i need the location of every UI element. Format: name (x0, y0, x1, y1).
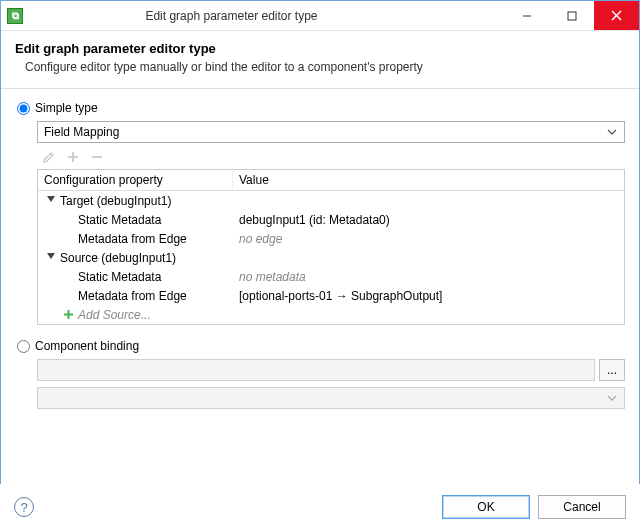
tree-item-add-source[interactable]: Add Source... (38, 305, 624, 324)
help-button[interactable]: ? (14, 497, 34, 517)
tree-label: Static Metadata (38, 210, 233, 230)
tree-group-target[interactable]: Target (debugInput1) (38, 191, 624, 210)
tree-item-source-edge[interactable]: Metadata from Edge [optional-ports-01 → … (38, 286, 624, 305)
config-toolbar (37, 143, 625, 169)
config-table: Configuration property Value Target (deb… (37, 169, 625, 325)
window-title: Edit graph parameter editor type (29, 9, 504, 23)
tree-value: debugInput1 (id: Metadata0) (233, 210, 624, 230)
ok-button[interactable]: OK (442, 495, 530, 519)
tree-label: Target (debugInput1) (60, 194, 171, 208)
maximize-button[interactable] (549, 1, 594, 30)
close-button[interactable] (594, 1, 639, 30)
dialog-footer: ? OK Cancel (0, 484, 640, 530)
page-title: Edit graph parameter editor type (15, 41, 625, 56)
component-field-disabled (37, 359, 595, 381)
column-header-value[interactable]: Value (233, 170, 624, 190)
tree-label: Metadata from Edge (38, 286, 233, 306)
title-bar: ⧉ Edit graph parameter editor type (1, 1, 639, 31)
expand-icon[interactable] (46, 253, 56, 263)
component-binding-radio[interactable] (17, 340, 30, 353)
tree-item-target-static[interactable]: Static Metadata debugInput1 (id: Metadat… (38, 210, 624, 229)
add-icon[interactable] (65, 149, 81, 165)
tree-group-source[interactable]: Source (debugInput1) (38, 248, 624, 267)
tree-value: no metadata (233, 267, 624, 287)
simple-type-label: Simple type (35, 101, 98, 115)
tree-label: Source (debugInput1) (60, 251, 176, 265)
help-icon: ? (20, 500, 27, 515)
chevron-down-icon (604, 390, 620, 406)
svg-rect-1 (568, 12, 576, 20)
column-header-property[interactable]: Configuration property (38, 170, 233, 190)
tree-value: [optional-ports-01 → SubgraphOutput] (233, 286, 624, 306)
tree-label: Metadata from Edge (38, 229, 233, 249)
svg-marker-8 (47, 253, 55, 259)
expand-icon[interactable] (46, 196, 56, 206)
component-binding-radio-row[interactable]: Component binding (15, 339, 625, 353)
tree-label: Static Metadata (38, 267, 233, 287)
ellipsis-label: ... (607, 363, 617, 377)
chevron-down-icon (604, 124, 620, 140)
edit-icon[interactable] (41, 149, 57, 165)
tree-value: no edge (233, 229, 624, 249)
page-subtitle: Configure editor type manually or bind t… (15, 60, 625, 74)
add-source-label: Add Source... (78, 308, 151, 322)
tree-item-source-static[interactable]: Static Metadata no metadata (38, 267, 624, 286)
cancel-button[interactable]: Cancel (538, 495, 626, 519)
browse-component-button[interactable]: ... (599, 359, 625, 381)
editor-type-combo[interactable]: Field Mapping (37, 121, 625, 143)
minimize-button[interactable] (504, 1, 549, 30)
app-icon: ⧉ (7, 8, 23, 24)
dialog-header: Edit graph parameter editor type Configu… (1, 31, 639, 89)
svg-marker-7 (47, 196, 55, 202)
editor-type-value: Field Mapping (44, 125, 119, 139)
remove-icon[interactable] (89, 149, 105, 165)
property-combo-disabled (37, 387, 625, 409)
simple-type-radio[interactable] (17, 102, 30, 115)
component-binding-label: Component binding (35, 339, 139, 353)
simple-type-radio-row[interactable]: Simple type (15, 101, 625, 115)
tree-item-target-edge[interactable]: Metadata from Edge no edge (38, 229, 624, 248)
plus-icon (62, 309, 74, 321)
